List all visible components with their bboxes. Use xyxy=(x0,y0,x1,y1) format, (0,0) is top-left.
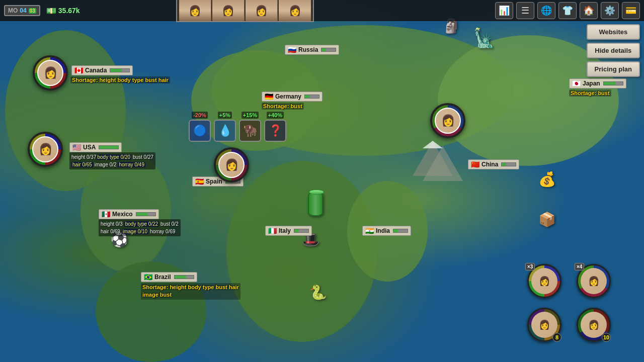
hide-details-button[interactable]: Hide details xyxy=(587,43,640,58)
spinner-asia-face: 👩 xyxy=(435,108,461,134)
bt-mult-2: ×4 xyxy=(575,263,584,270)
china-flag: 🇨🇳 xyxy=(471,160,479,168)
canada-flag: 🇨🇦 xyxy=(74,66,83,74)
right-panel: Websites Hide details Pricing plan xyxy=(587,24,640,77)
india-bar xyxy=(393,229,408,233)
bt-num-4: 10 xyxy=(602,333,611,342)
brazil-flag: 🇧🇷 xyxy=(144,273,152,281)
brazil-bar xyxy=(174,275,194,279)
portrait-4[interactable]: 👩 xyxy=(279,0,311,21)
mexico-name: Mexico xyxy=(112,211,133,218)
china-bar xyxy=(501,162,516,166)
settings-button[interactable]: ⚙️ xyxy=(601,2,619,19)
spinner-usa[interactable]: 👩 xyxy=(28,132,63,167)
spinner-asia-inner: 👩 xyxy=(430,103,465,138)
mo-label: MO xyxy=(8,7,18,14)
model-portraits: 👩 👩 👩 👩 xyxy=(176,0,314,22)
chart-button[interactable]: 📊 xyxy=(495,2,513,19)
boost-3: +15% 🦬 xyxy=(239,112,261,142)
boost-2-icon[interactable]: 💧 xyxy=(214,120,236,142)
boost-1: -20% 🔵 xyxy=(189,112,211,142)
bottom-token-2[interactable]: 👩 ×4 xyxy=(577,264,611,298)
face-1: 👩 xyxy=(187,1,203,20)
japan-name: Japan xyxy=(583,80,600,87)
mexico-stats: height 0/3 body type 0/22 bust 0/2 hair … xyxy=(99,219,181,236)
globe-button[interactable]: 🌐 xyxy=(537,2,555,19)
spinner-europe[interactable]: 👩 xyxy=(214,147,249,183)
spinner-canada[interactable]: 👩 xyxy=(33,55,68,90)
italy-name: Italy xyxy=(279,227,291,234)
spinner-usa-face: 👩 xyxy=(32,136,58,162)
deco-snake: 🐍 xyxy=(309,284,327,301)
mexico-bar xyxy=(136,212,156,216)
face-4: 👩 xyxy=(287,1,303,20)
bt-face-2: 👩 xyxy=(581,268,607,294)
russia-flag: 🇷🇺 xyxy=(288,46,296,54)
japan-shortage: Shortage: bust xyxy=(569,89,611,97)
deco-box: 📦 xyxy=(538,211,556,228)
country-brazil[interactable]: 🇧🇷 Brazil xyxy=(141,272,197,282)
boost-4-icon[interactable]: ❓ xyxy=(264,120,286,142)
canada-name: Canada xyxy=(85,67,107,74)
italy-bar xyxy=(294,229,309,233)
boost-4-pct: +40% xyxy=(267,112,284,119)
brazil-name: Brazil xyxy=(154,274,171,281)
bottom-token-3[interactable]: 👩 8 xyxy=(527,308,561,342)
bt-face-1: 👩 xyxy=(531,268,557,294)
money-display: 💵 35.67k xyxy=(46,6,80,16)
bottom-token-4[interactable]: 👩 10 xyxy=(577,308,611,342)
india-flag: 🇮🇳 xyxy=(365,227,374,235)
spinner-europe-inner: 👩 xyxy=(214,147,249,183)
spinner-asia[interactable]: 👩 xyxy=(430,103,465,138)
italy-flag: 🇮🇹 xyxy=(268,227,277,235)
country-mexico[interactable]: 🇲🇽 Mexico xyxy=(99,209,159,219)
pricing-plan-button[interactable]: Pricing plan xyxy=(587,61,640,77)
country-usa[interactable]: 🇺🇸 USA xyxy=(69,142,122,152)
money-amount: 35.67k xyxy=(58,7,80,15)
menu-button[interactable]: ☰ xyxy=(516,2,534,19)
card-button[interactable]: 💳 xyxy=(622,2,640,19)
country-china[interactable]: 🇨🇳 China xyxy=(468,159,519,169)
bottom-token-1[interactable]: 👩 ×3 xyxy=(527,264,561,298)
russia-bar xyxy=(321,48,336,52)
spinner-usa-inner: 👩 xyxy=(28,132,63,167)
brazil-shortage: Shortage: height body type bust hairimag… xyxy=(141,283,240,300)
country-russia[interactable]: 🇷🇺 Russia xyxy=(285,45,339,55)
green-cylinder xyxy=(308,191,323,216)
boost-3-icon[interactable]: 🦬 xyxy=(239,120,261,142)
usa-name: USA xyxy=(83,144,96,151)
face-3: 👩 xyxy=(254,1,270,20)
russia-name: Russia xyxy=(298,46,318,53)
country-canada[interactable]: 🇨🇦 Canada xyxy=(71,65,133,75)
country-germany[interactable]: 🇩🇪 Germany xyxy=(262,92,323,102)
portrait-1[interactable]: 👩 xyxy=(179,0,211,21)
spinner-europe-face: 👩 xyxy=(218,152,245,178)
spinner-canada-face: 👩 xyxy=(37,60,63,86)
boost-1-icon[interactable]: 🔵 xyxy=(189,120,211,142)
mexico-flag: 🇲🇽 xyxy=(102,210,110,218)
portrait-2[interactable]: 👩 xyxy=(212,0,245,21)
usa-bar xyxy=(99,145,119,149)
germany-bar xyxy=(304,95,319,99)
country-japan[interactable]: 🇯🇵 Japan xyxy=(569,78,626,88)
money-icon: 💵 xyxy=(46,6,56,16)
country-india[interactable]: 🇮🇳 India xyxy=(362,226,411,236)
shirt-button[interactable]: 👕 xyxy=(558,2,577,19)
spinner-canada-inner: 👩 xyxy=(33,55,68,90)
country-italy[interactable]: 🇮🇹 Italy xyxy=(265,226,312,236)
bt-mult-1: ×3 xyxy=(525,263,535,270)
house-button[interactable]: 🏠 xyxy=(580,2,598,19)
canada-shortage: Shortage: height body type bust hair xyxy=(70,76,170,83)
japan-bar xyxy=(603,81,623,85)
germany-flag: 🇩🇪 xyxy=(265,93,273,101)
boost-3-pct: +15% xyxy=(242,112,259,119)
boost-1-pct: -20% xyxy=(192,112,208,119)
portrait-3[interactable]: 👩 xyxy=(246,0,278,21)
websites-button[interactable]: Websites xyxy=(587,24,640,40)
deco-statue2: 🗽 xyxy=(473,28,496,49)
face-2: 👩 xyxy=(220,1,236,20)
usa-flag: 🇺🇸 xyxy=(72,143,81,151)
deco-money: 💰 xyxy=(538,171,556,188)
spain-name: Spain xyxy=(206,178,222,185)
india-name: India xyxy=(376,227,390,234)
